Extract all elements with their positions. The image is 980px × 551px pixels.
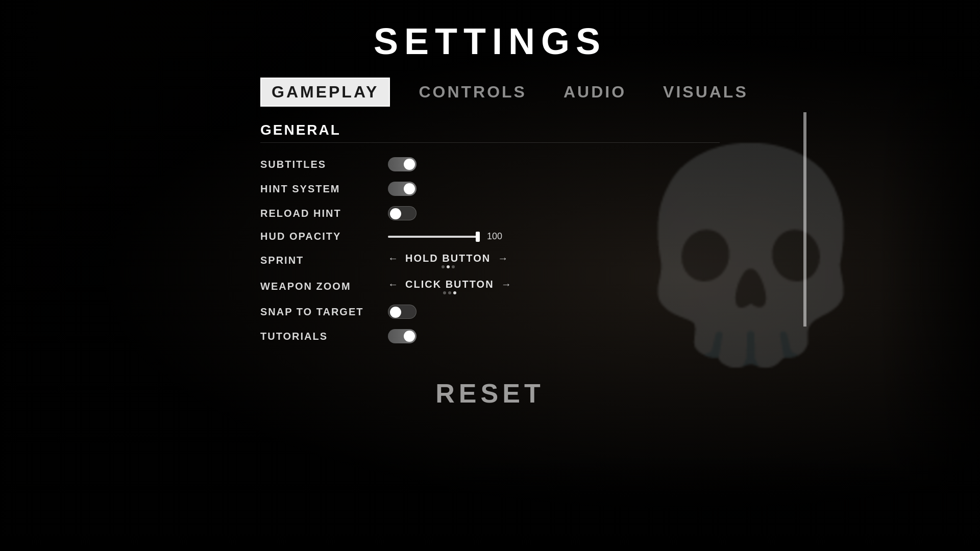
hud-opacity-label: HUD OPACITY [260, 231, 373, 242]
sprint-label: SPRINT [260, 255, 373, 266]
sprint-control: ← HOLD BUTTON → [388, 253, 508, 268]
snap-to-target-toggle[interactable] [388, 305, 416, 319]
subtitles-control [388, 157, 416, 171]
reset-section: RESET [260, 378, 720, 409]
slider-thumb[interactable] [476, 232, 480, 242]
setting-row-tutorials: TUTORIALS [260, 325, 720, 347]
tabs-row: GAMEPLAY CONTROLS AUDIO VISUALS [260, 78, 720, 107]
sprint-option-dots [442, 265, 455, 268]
settings-list: SUBTITLES HINT SYSTEM RELOAD HINT [260, 153, 720, 347]
hud-opacity-slider[interactable] [388, 236, 480, 238]
sprint-arrow-right[interactable]: → [498, 253, 508, 264]
sprint-arrow-left[interactable]: ← [388, 253, 398, 264]
setting-row-weapon-zoom: WEAPON ZOOM ← CLICK BUTTON → [260, 274, 720, 298]
setting-row-subtitles: SUBTITLES [260, 153, 720, 176]
subtitles-toggle-knob [404, 159, 415, 170]
scrollbar[interactable] [803, 112, 806, 327]
reload-hint-label: RELOAD HINT [260, 208, 373, 219]
reload-hint-toggle-knob [390, 208, 401, 219]
tab-audio[interactable]: AUDIO [555, 79, 634, 106]
subtitles-toggle[interactable] [388, 157, 416, 171]
setting-row-sprint: SPRINT ← HOLD BUTTON → [260, 248, 720, 272]
tab-gameplay[interactable]: GAMEPLAY [260, 78, 390, 107]
snap-to-target-toggle-knob [390, 307, 401, 318]
tutorials-toggle[interactable] [388, 329, 416, 343]
setting-row-hud-opacity: HUD OPACITY 100 [260, 227, 720, 246]
reload-hint-control [388, 206, 416, 220]
weapon-zoom-dot-3 [453, 291, 456, 294]
weapon-zoom-control: ← CLICK BUTTON → [388, 279, 511, 294]
hint-system-toggle[interactable] [388, 182, 416, 196]
snap-to-target-label: SNAP TO TARGET [260, 306, 373, 318]
weapon-zoom-label: WEAPON ZOOM [260, 281, 373, 292]
sprint-dot-3 [452, 265, 455, 268]
sprint-dot-1 [442, 265, 445, 268]
settings-panel: GAMEPLAY CONTROLS AUDIO VISUALS GENERAL … [260, 78, 720, 409]
weapon-zoom-dot-1 [443, 291, 446, 294]
sprint-dot-2 [447, 265, 450, 268]
setting-row-hint-system: HINT SYSTEM [260, 178, 720, 200]
sprint-option-selector: ← HOLD BUTTON → [388, 253, 508, 268]
hud-opacity-control: 100 [388, 231, 505, 242]
tab-controls[interactable]: CONTROLS [410, 79, 535, 106]
hint-system-toggle-knob [404, 183, 415, 194]
hud-opacity-value: 100 [487, 231, 505, 242]
page-container: SETTINGS GAMEPLAY CONTROLS AUDIO VISUALS… [0, 0, 980, 551]
reload-hint-toggle[interactable] [388, 206, 416, 220]
section-general-header: GENERAL [260, 122, 720, 143]
sprint-option-row: ← HOLD BUTTON → [388, 253, 508, 264]
weapon-zoom-option-row: ← CLICK BUTTON → [388, 279, 511, 290]
hint-system-label: HINT SYSTEM [260, 183, 373, 195]
reset-button[interactable]: RESET [435, 378, 544, 409]
weapon-zoom-arrow-right[interactable]: → [501, 279, 511, 290]
tutorials-control [388, 329, 416, 343]
tutorials-toggle-knob [404, 331, 415, 342]
setting-row-snap-to-target: SNAP TO TARGET [260, 300, 720, 323]
weapon-zoom-option-selector: ← CLICK BUTTON → [388, 279, 511, 294]
weapon-zoom-dot-2 [448, 291, 451, 294]
slider-fill [388, 236, 480, 238]
tutorials-label: TUTORIALS [260, 331, 373, 342]
setting-row-reload-hint: RELOAD HINT [260, 202, 720, 224]
hint-system-control [388, 182, 416, 196]
subtitles-label: SUBTITLES [260, 159, 373, 170]
weapon-zoom-option-dots [443, 291, 456, 294]
tab-visuals[interactable]: VISUALS [655, 79, 756, 106]
weapon-zoom-option-text: CLICK BUTTON [405, 279, 494, 290]
sprint-option-text: HOLD BUTTON [405, 253, 491, 264]
snap-to-target-control [388, 305, 416, 319]
weapon-zoom-arrow-left[interactable]: ← [388, 279, 398, 290]
page-title: SETTINGS [374, 20, 606, 62]
